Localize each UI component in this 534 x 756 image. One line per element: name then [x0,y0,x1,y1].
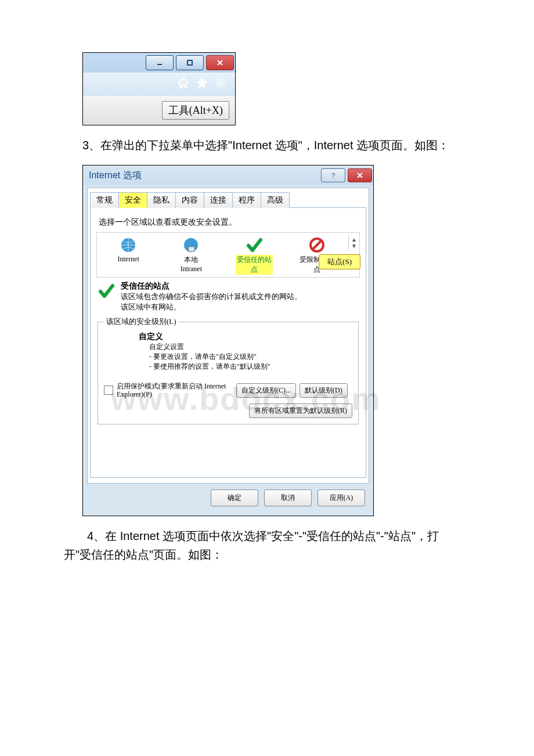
ie-command-bar [83,73,235,96]
gear-icon[interactable] [214,77,227,92]
svg-rect-1 [187,60,192,65]
svg-line-10 [223,79,225,81]
checkmark-large-icon [96,281,116,300]
zone-label: 受信任的站 点 [236,255,273,275]
svg-rect-0 [157,64,162,65]
svg-rect-14 [189,247,194,251]
custom-title: 自定义 [139,332,352,342]
home-icon[interactable] [177,77,190,92]
globe-icon [97,235,160,255]
internet-options-dialog: Internet 选项 ? www.bdocx.com 常规 安全 隐私 内容 … [82,165,374,516]
zone-detail-title: 受信任的站点 [121,281,302,291]
svg-line-8 [223,85,225,87]
dialog-footer: 确定 取消 应用(A) [83,484,373,512]
dialog-titlebar: Internet 选项 ? [83,165,373,185]
zone-trusted-sites[interactable]: 受信任的站 点 [223,235,286,277]
protected-mode-checkbox[interactable] [104,386,113,395]
tab-strip: 常规 安全 隐私 内容 连接 程序 高级 [90,192,366,207]
tab-advanced[interactable]: 高级 [261,192,290,208]
zone-local-intranet[interactable]: 本地 Intranet [160,235,222,276]
close-button[interactable] [206,55,234,70]
zone-intro-text: 选择一个区域以查看或更改安全设置。 [99,217,360,228]
favorites-icon[interactable] [196,77,208,92]
dialog-body: www.bdocx.com 常规 安全 隐私 内容 连接 程序 高级 选择一个区… [87,188,369,484]
dialog-close-button[interactable] [348,168,372,182]
zone-label: 本地 Intranet [181,255,202,273]
zone-detail-line-1: 该区域包含你确信不会损害你的计算机或文件的网站。 [121,291,302,302]
globe-intranet-icon [160,235,222,255]
maximize-button[interactable] [176,55,204,70]
ok-button[interactable]: 确定 [211,489,258,506]
reset-all-zones-button[interactable]: 将所有区域重置为默认级别(R) [249,404,352,418]
zone-internet[interactable]: Internet [97,235,160,266]
tools-menu-button[interactable]: 工具(Alt+X) [162,101,229,120]
default-level-button[interactable]: 默认级别(D) [300,383,348,398]
tab-content[interactable]: 内容 [175,192,204,208]
custom-bullet-2: - 要使用推荐的设置，请单击"默认级别" [149,362,352,372]
protected-mode-label: 启用保护模式(要求重新启动 Internet Explorer)(P) [117,382,233,399]
sites-button[interactable]: 站点(S) [319,254,360,269]
svg-line-16 [312,240,322,250]
apply-button[interactable]: 应用(A) [317,489,365,506]
tab-privacy[interactable]: 隐私 [147,192,176,208]
security-level-group: 该区域的安全级别(L) 自定义 自定义设置 - 要更改设置，请单击"自定义级别"… [98,316,359,424]
zone-scrollbar[interactable]: ▲ ▼ [348,235,359,250]
ie-toolbar-row: 工具(Alt+X) [83,96,235,125]
tab-general[interactable]: 常规 [90,192,119,208]
dialog-title: Internet 选项 [89,170,142,182]
custom-subtitle: 自定义设置 [149,342,352,352]
step-3-text: 3、在弹出的下拉菜单中选择"Internet 选项"，Internet 选项页面… [0,136,534,154]
help-button[interactable]: ? [321,168,345,182]
minimize-button[interactable] [146,55,174,70]
svg-line-7 [217,79,218,81]
scroll-down-icon[interactable]: ▼ [351,243,357,249]
blocked-icon [286,235,348,255]
zone-detail: 受信任的站点 该区域包含你确信不会损害你的计算机或文件的网站。 该区域中有网站。 [96,281,360,312]
security-level-legend: 该区域的安全级别(L) [104,316,179,327]
svg-point-2 [219,81,222,85]
svg-text:?: ? [331,172,335,179]
window-titlebar [83,53,235,73]
ie-window-chrome-screenshot: 工具(Alt+X) [82,52,236,125]
scroll-up-icon[interactable]: ▲ [351,236,357,243]
cancel-button[interactable]: 取消 [264,489,312,506]
tab-programs[interactable]: 程序 [232,192,261,208]
custom-level-button[interactable]: 自定义级别(C)... [236,383,296,398]
custom-bullet-1: - 要更改设置，请单击"自定义级别" [149,352,352,362]
tab-security[interactable]: 安全 [118,192,147,208]
zone-label: Internet [117,255,139,264]
svg-line-9 [217,85,218,87]
checkmark-icon [223,235,286,255]
zone-detail-line-2: 该区域中有网站。 [121,302,302,312]
tab-connections[interactable]: 连接 [204,192,233,208]
security-tab-panel: 选择一个区域以查看或更改安全设置。 Internet 本地 Intranet [90,207,366,478]
step-4-text: 4、在 Internet 选项页面中依次选择"安全"-"受信任的站点"-"站点"… [0,527,534,564]
